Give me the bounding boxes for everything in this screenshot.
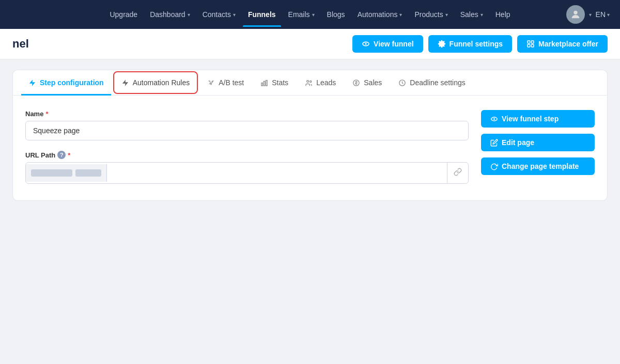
tab-automation-rules[interactable]: Automation Rules [113, 71, 198, 94]
name-field-group: Name * [25, 110, 469, 140]
link-icon[interactable] [447, 163, 468, 183]
url-prefix-block-1 [31, 169, 72, 177]
chevron-down-icon: ▾ [589, 12, 592, 18]
form-right: View funnel step Edit page Change page t… [481, 110, 595, 175]
change-page-template-button[interactable]: Change page template [481, 157, 595, 175]
url-prefix [26, 164, 107, 182]
nav-items: Upgrade Dashboard ▾ Contacts ▾ Funnels E… [104, 7, 515, 22]
marketplace-offer-button[interactable]: Marketplace offer [517, 35, 608, 53]
lightning-icon [28, 79, 36, 87]
svg-rect-7 [261, 83, 263, 86]
header-buttons: View funnel Funnel settings Marketplace … [352, 35, 608, 53]
svg-point-11 [310, 81, 312, 82]
svg-point-2 [365, 43, 366, 44]
nav-item-upgrade[interactable]: Upgrade [104, 7, 143, 22]
url-path-field-group: URL Path ? * [25, 151, 469, 184]
chevron-down-icon: ▾ [481, 12, 483, 18]
tab-sales[interactable]: Sales [345, 70, 389, 96]
nav-item-products[interactable]: Products ▾ [409, 7, 453, 22]
url-prefix-block-2 [75, 169, 101, 177]
form-area: Name * URL Path ? * [13, 96, 607, 200]
edit-page-button[interactable]: Edit page [481, 134, 595, 151]
view-funnel-button[interactable]: View funnel [352, 35, 423, 53]
svg-rect-3 [528, 41, 530, 43]
url-path-input[interactable] [107, 164, 447, 182]
svg-rect-4 [531, 41, 534, 43]
tab-ab-test[interactable]: A/B test [200, 70, 251, 96]
nav-item-emails[interactable]: Emails ▾ [283, 7, 320, 22]
funnel-settings-button[interactable]: Funnel settings [428, 35, 512, 53]
chevron-down-icon: ▾ [607, 12, 610, 18]
gear-icon [438, 40, 446, 48]
tabs-card: Step configuration Automation Rules A/B … [12, 70, 608, 201]
svg-rect-9 [266, 80, 268, 86]
page-title: nel [12, 37, 29, 51]
nav-item-contacts[interactable]: Contacts ▾ [197, 7, 241, 22]
url-path-label: URL Path ? * [25, 151, 469, 159]
url-input-wrapper [25, 162, 469, 184]
nav-item-automations[interactable]: Automations ▾ [352, 7, 408, 22]
tab-step-configuration[interactable]: Step configuration [21, 70, 111, 96]
leads-icon [305, 79, 313, 87]
language-selector[interactable]: EN ▾ [596, 10, 610, 19]
form-left: Name * URL Path ? * [25, 110, 469, 184]
required-indicator: * [45, 110, 48, 118]
clock-icon [398, 79, 406, 87]
svg-rect-5 [528, 44, 530, 47]
nav-item-funnels[interactable]: Funnels [243, 7, 281, 22]
nav-item-dashboard[interactable]: Dashboard ▾ [145, 7, 195, 22]
nav-right: ▾ EN ▾ [566, 5, 610, 24]
marketplace-icon [526, 40, 535, 48]
nav-item-blogs[interactable]: Blogs [322, 7, 350, 22]
ab-icon [207, 79, 215, 87]
help-icon[interactable]: ? [57, 151, 66, 159]
tab-deadline-settings[interactable]: Deadline settings [391, 70, 472, 96]
svg-point-15 [493, 118, 495, 119]
nav-item-help[interactable]: Help [490, 7, 516, 22]
svg-rect-8 [264, 81, 265, 86]
svg-rect-6 [531, 44, 534, 47]
stats-icon [260, 79, 268, 87]
chevron-down-icon: ▾ [312, 12, 315, 18]
view-funnel-step-button[interactable]: View funnel step [481, 110, 595, 128]
main-content: Step configuration Automation Rules A/B … [0, 59, 620, 211]
name-label: Name * [25, 110, 469, 118]
required-indicator: * [68, 151, 70, 159]
page-header: nel View funnel Funnel settings Marketpl… [0, 29, 620, 59]
tab-leads[interactable]: Leads [298, 70, 343, 96]
eye-icon [362, 40, 370, 48]
svg-point-10 [307, 80, 309, 82]
tabs-row: Step configuration Automation Rules A/B … [13, 70, 607, 96]
tab-stats[interactable]: Stats [253, 70, 296, 96]
nav-item-sales[interactable]: Sales ▾ [455, 7, 488, 22]
avatar[interactable] [566, 5, 585, 24]
navbar: Upgrade Dashboard ▾ Contacts ▾ Funnels E… [0, 0, 620, 29]
chevron-down-icon: ▾ [445, 12, 448, 18]
name-input[interactable] [25, 121, 469, 140]
chevron-down-icon: ▾ [188, 12, 190, 18]
eye-icon [490, 115, 498, 123]
lightning-icon [121, 79, 129, 87]
dollar-icon [352, 79, 360, 87]
refresh-icon [490, 163, 498, 170]
chevron-down-icon: ▾ [233, 12, 236, 18]
edit-icon [490, 139, 498, 147]
svg-point-0 [574, 11, 577, 14]
chevron-down-icon: ▾ [399, 12, 402, 18]
form-row: Name * URL Path ? * [25, 110, 595, 184]
